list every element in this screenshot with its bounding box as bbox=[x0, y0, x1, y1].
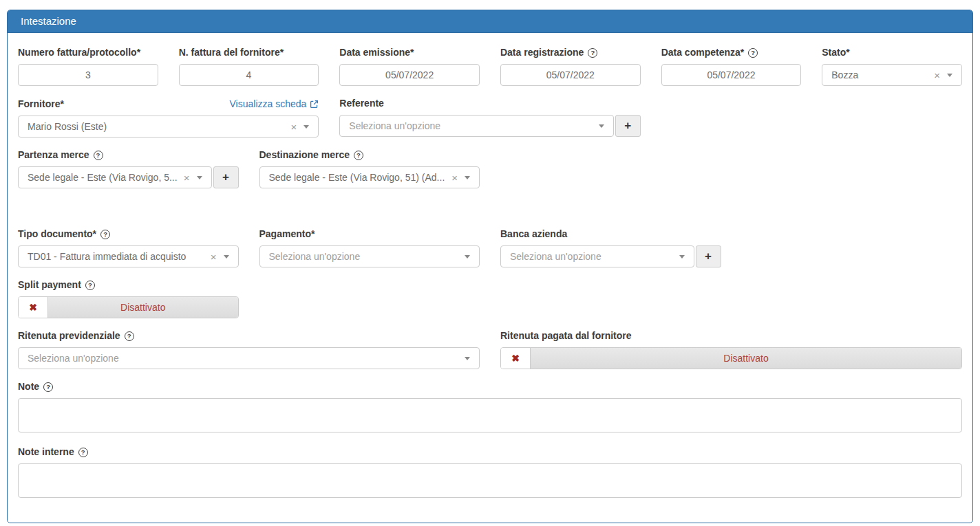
chevron-down-icon bbox=[947, 74, 952, 77]
tipo-documento-select[interactable]: TD01 - Fattura immediata di acquisto × bbox=[18, 245, 239, 267]
panel-body: Numero fattura/protocollo* N. fattura de… bbox=[8, 33, 972, 523]
tipo-documento-selected-value: TD01 - Fattura immediata di acquisto bbox=[28, 251, 208, 262]
chevron-down-icon bbox=[224, 255, 229, 259]
row-fornitore-referente: Fornitore* Visualizza scheda Mario Rossi… bbox=[8, 98, 972, 138]
field-ritenuta-pagata: Ritenuta pagata dal fornitore ✖ Disattiv… bbox=[490, 331, 972, 369]
row-note: Note ? bbox=[8, 382, 972, 435]
destinazione-merce-selected-value: Sede legale - Este (Via Rovigo, 51) (Ad.… bbox=[269, 172, 449, 183]
help-icon[interactable]: ? bbox=[43, 382, 53, 392]
data-competenza-label: Data competenza* bbox=[661, 47, 745, 58]
chevron-down-icon bbox=[679, 255, 685, 259]
row-note-interne: Note interne ? bbox=[8, 447, 972, 500]
help-icon[interactable]: ? bbox=[85, 281, 95, 290]
chevron-down-icon bbox=[599, 124, 604, 128]
fornitore-selected-value: Mario Rossi (Este) bbox=[28, 121, 288, 132]
row-header-fields: Numero fattura/protocollo* N. fattura de… bbox=[8, 47, 972, 86]
row-ritenute: Ritenuta previdenziale ? Seleziona un'op… bbox=[8, 331, 972, 369]
banca-azienda-select[interactable]: Seleziona un'opzione bbox=[500, 245, 694, 267]
destinazione-merce-select[interactable]: Sede legale - Este (Via Rovigo, 51) (Ad.… bbox=[259, 166, 480, 188]
referente-placeholder: Seleziona un'opzione bbox=[349, 120, 592, 131]
help-icon[interactable]: ? bbox=[94, 151, 103, 160]
fornitore-label: Fornitore* bbox=[18, 99, 64, 109]
field-banca-azienda: Banca azienda Seleziona un'opzione + bbox=[490, 229, 732, 267]
partenza-merce-selected-value: Sede legale - Este (Via Rovigo, 5... bbox=[28, 172, 181, 183]
chevron-down-icon bbox=[465, 176, 470, 179]
n-fattura-fornitore-input[interactable] bbox=[179, 64, 319, 86]
banca-azienda-placeholder: Seleziona un'opzione bbox=[510, 251, 673, 262]
pagamento-label: Pagamento* bbox=[259, 229, 480, 239]
pagamento-placeholder: Seleziona un'opzione bbox=[269, 251, 459, 262]
note-textarea[interactable] bbox=[18, 398, 962, 432]
chevron-down-icon bbox=[465, 255, 470, 259]
row-documento-pagamento: Tipo documento* ? TD01 - Fattura immedia… bbox=[8, 229, 972, 267]
n-fattura-fornitore-label: N. fattura del fornitore* bbox=[179, 47, 319, 58]
stato-selected-value: Bozza bbox=[831, 69, 931, 80]
field-pagamento: Pagamento* Seleziona un'opzione bbox=[249, 229, 491, 267]
add-banca-azienda-button[interactable]: + bbox=[696, 245, 721, 267]
fornitore-select[interactable]: Mario Rossi (Este) × bbox=[18, 116, 319, 138]
plus-icon: + bbox=[705, 250, 712, 263]
field-numero-fattura-protocollo: Numero fattura/protocollo* bbox=[8, 47, 169, 86]
field-stato: Stato* Bozza × bbox=[811, 47, 972, 86]
plus-icon: + bbox=[222, 171, 229, 184]
clear-icon[interactable]: × bbox=[451, 173, 458, 183]
help-icon[interactable]: ? bbox=[78, 448, 88, 457]
field-ritenuta-previdenziale: Ritenuta previdenziale ? Seleziona un'op… bbox=[8, 331, 490, 369]
field-note: Note ? bbox=[8, 382, 972, 435]
chevron-down-icon bbox=[197, 176, 202, 179]
destinazione-merce-label: Destinazione merce bbox=[259, 150, 350, 160]
split-payment-toggle[interactable]: ✖ Disattivato bbox=[18, 296, 239, 318]
add-partenza-merce-button[interactable]: + bbox=[213, 166, 239, 188]
ritenuta-previdenziale-select[interactable]: Seleziona un'opzione bbox=[18, 347, 480, 369]
section-spacer bbox=[8, 201, 972, 229]
field-tipo-documento: Tipo documento* ? TD01 - Fattura immedia… bbox=[8, 229, 249, 267]
note-interne-label: Note interne bbox=[18, 447, 74, 457]
help-icon[interactable]: ? bbox=[354, 151, 363, 160]
clear-icon[interactable]: × bbox=[291, 122, 297, 132]
ritenuta-previdenziale-placeholder: Seleziona un'opzione bbox=[28, 353, 458, 364]
clear-icon[interactable]: × bbox=[211, 252, 217, 262]
pagamento-select[interactable]: Seleziona un'opzione bbox=[259, 245, 480, 267]
help-icon[interactable]: ? bbox=[100, 230, 110, 239]
plus-icon: + bbox=[624, 119, 631, 133]
field-fornitore: Fornitore* Visualizza scheda Mario Rossi… bbox=[8, 98, 329, 138]
data-registrazione-label: Data registrazione bbox=[500, 47, 584, 58]
field-note-interne: Note interne ? bbox=[8, 447, 972, 500]
chevron-down-icon bbox=[303, 125, 309, 129]
numero-fattura-label: Numero fattura/protocollo* bbox=[18, 47, 158, 58]
field-partenza-merce: Partenza merce ? Sede legale - Este (Via… bbox=[8, 150, 249, 188]
row-merce: Partenza merce ? Sede legale - Este (Via… bbox=[8, 150, 972, 188]
stato-select[interactable]: Bozza × bbox=[822, 64, 962, 86]
data-emissione-label: Data emissione* bbox=[339, 47, 480, 58]
partenza-merce-label: Partenza merce bbox=[18, 150, 89, 160]
add-referente-button[interactable]: + bbox=[615, 115, 641, 137]
visualizza-scheda-label: Visualizza scheda bbox=[230, 98, 307, 109]
data-emissione-input[interactable] bbox=[339, 64, 480, 86]
data-registrazione-input[interactable] bbox=[500, 64, 641, 86]
help-icon[interactable]: ? bbox=[748, 48, 758, 58]
help-icon[interactable]: ? bbox=[125, 331, 134, 341]
data-competenza-input[interactable] bbox=[661, 64, 802, 86]
chevron-down-icon bbox=[465, 357, 470, 360]
clear-icon[interactable]: × bbox=[934, 70, 940, 80]
help-icon[interactable]: ? bbox=[588, 48, 597, 58]
field-data-competenza: Data competenza* ? bbox=[651, 47, 812, 86]
referente-label: Referente bbox=[339, 98, 640, 109]
ritenuta-pagata-toggle[interactable]: ✖ Disattivato bbox=[500, 347, 962, 369]
note-label: Note bbox=[18, 382, 39, 392]
banca-azienda-label: Banca azienda bbox=[500, 229, 721, 239]
note-interne-textarea[interactable] bbox=[18, 463, 962, 498]
visualizza-scheda-link[interactable]: Visualizza scheda bbox=[230, 98, 319, 109]
field-referente: Referente Seleziona un'opzione + bbox=[329, 98, 650, 138]
clear-icon[interactable]: × bbox=[184, 173, 190, 183]
field-data-registrazione: Data registrazione ? bbox=[490, 47, 651, 86]
referente-select[interactable]: Seleziona un'opzione bbox=[339, 115, 613, 137]
intestazione-panel: Intestazione Numero fattura/protocollo* … bbox=[7, 10, 973, 523]
row-split-payment: Split payment ? ✖ Disattivato bbox=[8, 280, 972, 318]
field-split-payment: Split payment ? ✖ Disattivato bbox=[8, 280, 249, 318]
numero-fattura-input[interactable] bbox=[18, 64, 158, 86]
partenza-merce-select[interactable]: Sede legale - Este (Via Rovigo, 5... × bbox=[18, 166, 212, 188]
toggle-off-icon: ✖ bbox=[501, 348, 531, 369]
stato-label: Stato* bbox=[822, 47, 962, 58]
panel-title: Intestazione bbox=[8, 10, 972, 33]
